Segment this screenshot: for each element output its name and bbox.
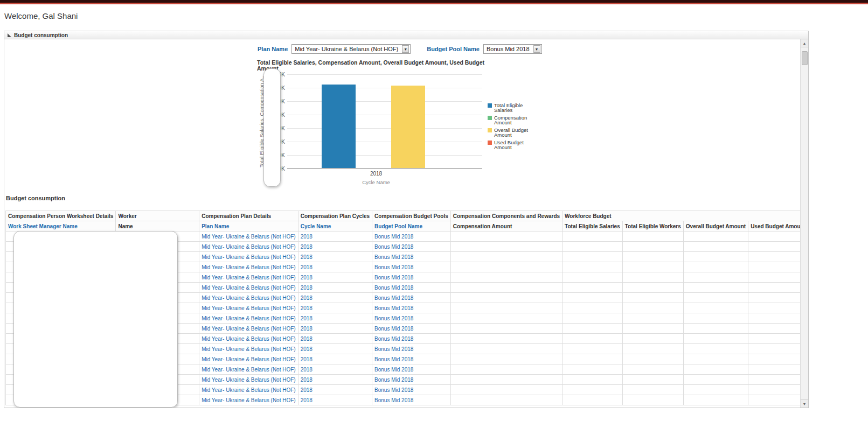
table-cell-link[interactable]: Mid Year- Ukraine & Belarus (Not HOF) [199,364,298,375]
table-cell-link[interactable]: 2018 [298,262,372,272]
table-cell-link[interactable]: Bonus Mid 2018 [372,231,451,242]
table-cell-link[interactable]: 2018 [298,354,372,364]
table-cell-link[interactable]: 2018 [298,334,372,344]
collapse-icon[interactable] [8,33,11,37]
table-cell-link[interactable]: Bonus Mid 2018 [372,303,451,313]
column-header[interactable]: Total Eligible Salaries [563,221,623,231]
table-cell-link[interactable]: Mid Year- Ukraine & Belarus (Not HOF) [199,272,298,283]
plan-name-value: Mid Year- Ukraine & Belarus (Not HOF) [295,46,398,52]
table-cell-link[interactable]: Bonus Mid 2018 [372,334,451,344]
table-cell-link[interactable]: 2018 [298,303,372,313]
table-cell-link[interactable]: 2018 [298,324,372,334]
table-cell-link[interactable]: 2018 [298,231,372,242]
table-cell-link[interactable]: 2018 [298,242,372,252]
chart-x-axis-title: Cycle Name [287,179,465,185]
column-header[interactable]: Compensation Amount [450,221,562,231]
column-header[interactable]: Name [116,221,199,231]
table-cell-link[interactable]: Mid Year- Ukraine & Belarus (Not HOF) [199,231,298,242]
table-cell-link[interactable]: Bonus Mid 2018 [372,344,451,354]
table-cell-link[interactable]: Bonus Mid 2018 [372,354,451,364]
table-cell [683,344,748,354]
table-cell [563,242,623,252]
table-cell [748,313,808,324]
table-cell-link[interactable]: 2018 [298,364,372,375]
table-cell-link[interactable]: Mid Year- Ukraine & Belarus (Not HOF) [199,334,298,344]
table-cell-link[interactable]: 2018 [298,395,372,405]
gridline [287,142,482,142]
table-cell-link[interactable]: Bonus Mid 2018 [372,375,451,385]
gridline [287,169,482,169]
table-cell-link[interactable]: Bonus Mid 2018 [372,313,451,324]
table-cell-link[interactable]: Mid Year- Ukraine & Belarus (Not HOF) [199,344,298,354]
column-header[interactable]: Used Budget Amount [748,221,808,231]
table-cell [748,395,808,405]
table-cell-link[interactable]: Bonus Mid 2018 [372,293,451,303]
table-cell [622,303,683,313]
vertical-scrollbar[interactable]: ▲ ▼ [800,39,808,408]
table-cell [622,242,683,252]
table-cell [622,231,683,242]
table-cell-link[interactable]: Bonus Mid 2018 [372,272,451,283]
table-cell-link[interactable]: Bonus Mid 2018 [372,262,451,272]
table-cell-link[interactable]: Mid Year- Ukraine & Belarus (Not HOF) [199,395,298,405]
scroll-down-icon[interactable]: ▼ [801,399,808,408]
table-cell [622,385,683,395]
table-cell-link[interactable]: Mid Year- Ukraine & Belarus (Not HOF) [199,283,298,293]
panel-header[interactable]: Budget consumption [4,31,808,39]
table-cell-link[interactable]: Mid Year- Ukraine & Belarus (Not HOF) [199,313,298,324]
table-cell [683,231,748,242]
column-header[interactable]: Cycle Name [298,221,372,231]
legend-label: Total Eligible Salaries [494,103,523,113]
plan-name-select[interactable]: Mid Year- Ukraine & Belarus (Not HOF) ▼ [291,44,411,54]
dropdown-arrow-icon[interactable]: ▼ [533,45,540,53]
gridline [287,155,482,156]
dropdown-arrow-icon[interactable]: ▼ [402,45,409,53]
table-cell-link[interactable]: Bonus Mid 2018 [372,395,451,405]
table-cell-link[interactable]: Bonus Mid 2018 [372,252,451,262]
table-cell-link[interactable]: Mid Year- Ukraine & Belarus (Not HOF) [199,252,298,262]
column-header[interactable]: Plan Name [199,221,298,231]
table-cell [563,252,623,262]
filter-bar: Plan Name Mid Year- Ukraine & Belarus (N… [258,44,542,54]
table-cell-link[interactable]: Mid Year- Ukraine & Belarus (Not HOF) [199,324,298,334]
table-cell-link[interactable]: Bonus Mid 2018 [372,364,451,375]
column-header[interactable]: Overall Budget Amount [683,221,748,231]
table-cell-link[interactable]: 2018 [298,375,372,385]
table-cell-link[interactable]: 2018 [298,283,372,293]
table-cell-link[interactable]: Mid Year- Ukraine & Belarus (Not HOF) [199,242,298,252]
table-cell-link[interactable]: 2018 [298,385,372,395]
table-cell-link[interactable]: Mid Year- Ukraine & Belarus (Not HOF) [199,354,298,364]
table-cell [622,364,683,375]
budget-pool-select[interactable]: Bonus Mid 2018 ▼ [483,44,542,54]
scroll-up-icon[interactable]: ▲ [801,39,808,47]
column-header[interactable]: Work Sheet Manager Name [6,221,116,231]
scrollbar-thumb[interactable] [802,51,808,65]
table-cell-link[interactable]: 2018 [298,252,372,262]
table-cell [563,324,623,334]
table-cell-link[interactable]: Bonus Mid 2018 [372,283,451,293]
column-header[interactable]: Total Eligible Workers [622,221,683,231]
table-cell [563,354,623,364]
table-cell [683,324,748,334]
table-cell-link[interactable]: 2018 [298,344,372,354]
table-cell [748,231,808,242]
table-cell-link[interactable]: Bonus Mid 2018 [372,385,451,395]
table-cell-link[interactable]: Bonus Mid 2018 [372,324,451,334]
column-header[interactable]: Budget Pool Name [372,221,451,231]
table-cell [450,364,562,375]
table-cell-link[interactable]: Mid Year- Ukraine & Belarus (Not HOF) [199,385,298,395]
legend-label: Used Budget Amount [494,140,524,150]
table-cell [622,293,683,303]
table-cell-link[interactable]: Mid Year- Ukraine & Belarus (Not HOF) [199,293,298,303]
table-cell [563,334,623,344]
table-cell-link[interactable]: 2018 [298,293,372,303]
table-cell [748,324,808,334]
table-cell-link[interactable]: Mid Year- Ukraine & Belarus (Not HOF) [199,262,298,272]
table-cell-link[interactable]: Mid Year- Ukraine & Belarus (Not HOF) [199,375,298,385]
table-cell-link[interactable]: Mid Year- Ukraine & Belarus (Not HOF) [199,303,298,313]
table-cell-link[interactable]: 2018 [298,313,372,324]
table-cell [683,242,748,252]
table-cell-link[interactable]: 2018 [298,272,372,283]
table-cell-link[interactable]: Bonus Mid 2018 [372,242,451,252]
table-cell [683,375,748,385]
